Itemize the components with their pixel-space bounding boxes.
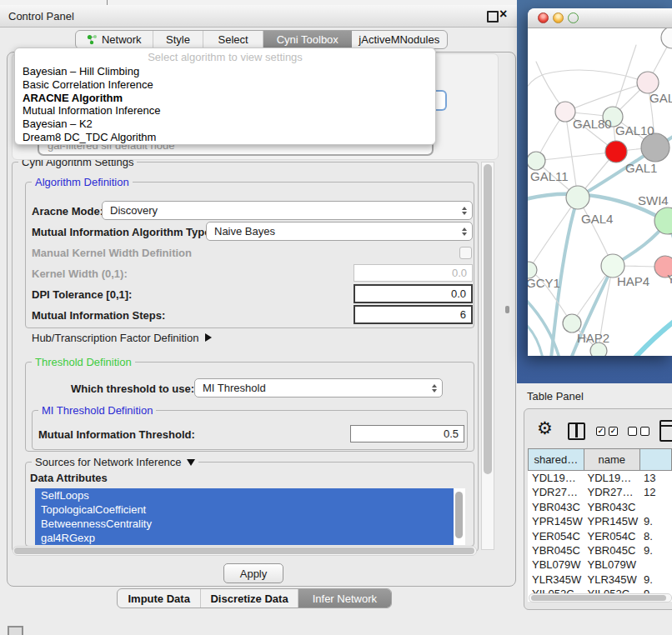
float-window-icon[interactable] (487, 11, 499, 22)
gear-icon[interactable]: ⚙ (537, 418, 553, 438)
column-header[interactable]: name (584, 448, 639, 471)
table-row[interactable]: YPR145WYPR145W9. (528, 514, 672, 528)
table-partial-icon[interactable] (659, 420, 672, 442)
table-cell[interactable]: YLR345W (528, 572, 584, 587)
table-cell[interactable]: YDR27… (584, 485, 639, 499)
manual-kernel-width-label: Manual Kernel Width Definition (32, 247, 192, 259)
table-cell[interactable]: YBR043C (584, 500, 639, 514)
attribute-list-item[interactable]: TopologicalCoefficient (35, 502, 454, 517)
network-canvas[interactable]: GALGAL80GAL10GAL1GAL11GAL4SWI4GCY1HAP4YH… (528, 28, 672, 356)
attribute-list-item[interactable]: SelfLoops (35, 488, 454, 502)
table-cell[interactable]: YPR145W (528, 514, 584, 528)
node-label: SWI4 (638, 193, 669, 208)
table-cell[interactable]: 13 (639, 471, 672, 485)
apply-button[interactable]: Apply (223, 563, 283, 583)
table-cell[interactable]: YDL19… (584, 471, 639, 485)
table-cell[interactable]: YLR345W (584, 572, 639, 587)
combo-value: Discovery (110, 204, 158, 217)
kernel-width-input[interactable]: 0.0 (354, 264, 473, 282)
column-header[interactable]: shared… (528, 448, 584, 471)
table-cell[interactable]: YBL079W (528, 558, 584, 572)
table-cell[interactable]: YER054C (584, 529, 639, 543)
algorithm-option[interactable]: Bayesian – K2 (15, 118, 435, 131)
tab-label: Impute Data (128, 592, 189, 605)
node-table: shared…name YDL19…YDL19…13YDR27…YDR27…12… (528, 448, 672, 602)
settings-hscrollbar-thumb[interactable] (14, 548, 474, 554)
algorithm-option[interactable]: Dream8 DC_TDC Algorithm (15, 131, 435, 144)
zoom-traffic-light[interactable] (568, 12, 579, 23)
table-cell[interactable]: YBR043C (528, 500, 584, 514)
dpi-tolerance-input[interactable]: 0.0 (354, 284, 473, 303)
column-header[interactable] (639, 448, 672, 471)
settings-vscrollbar-thumb[interactable] (484, 164, 492, 474)
mi-steps-input[interactable]: 6 (354, 305, 473, 324)
network-node[interactable] (605, 141, 627, 162)
hub-definition-toggle[interactable]: Hub/Transcription Factor Definition (32, 332, 212, 344)
checked-checkboxes-icon[interactable]: ✓✓ (596, 427, 618, 436)
aracne-mode-combo[interactable]: Discovery (102, 201, 473, 220)
table-row[interactable]: YLR345WYLR345W9. (528, 572, 672, 587)
mi-threshold-input[interactable]: 0.5 (350, 425, 464, 442)
network-node[interactable] (641, 133, 669, 162)
table-row[interactable]: YBR045CYBR045C9. (528, 543, 672, 558)
algorithm-dropdown-prompt: Select algorithm to view settings (15, 48, 435, 65)
partial-ui-square (8, 626, 23, 635)
node-label: HAP4 (617, 274, 649, 288)
panel-splitter-handle[interactable] (505, 306, 509, 313)
network-node[interactable] (654, 208, 672, 234)
algorithm-option[interactable]: Basic Correlation Inference (15, 78, 435, 92)
table-cell[interactable]: YDL19… (528, 471, 584, 485)
close-traffic-light[interactable] (538, 12, 549, 23)
algorithm-option[interactable]: ARACNE Algorithm (15, 92, 435, 105)
table-row[interactable]: YBL079WYBL079W (528, 558, 672, 572)
tab-infer-network[interactable]: Infer Network (298, 589, 391, 608)
network-window-titlebar[interactable] (528, 8, 672, 28)
table-cell[interactable]: YER054C (528, 529, 584, 543)
mi-algorithm-type-combo[interactable]: Naive Bayes (206, 222, 473, 241)
table-cell[interactable] (639, 500, 672, 514)
table-cell[interactable]: 8. (639, 529, 672, 543)
kernel-width-label: Kernel Width (0,1): (32, 268, 128, 280)
table-row[interactable]: YBR043CYBR043C (528, 500, 672, 514)
table-hscrollbar-thumb[interactable] (531, 595, 666, 601)
table-cell[interactable]: 9. (639, 572, 672, 587)
table-row[interactable]: YER054CYER054C8. (528, 529, 672, 543)
tab-jactivemnodules[interactable]: jActiveMNodules (352, 31, 447, 48)
network-node[interactable] (566, 186, 589, 209)
minimize-traffic-light[interactable] (553, 12, 564, 23)
close-icon[interactable]: × (499, 7, 507, 22)
table-cell[interactable]: YBR045C (528, 543, 584, 558)
list-scrollbar-thumb[interactable] (455, 492, 463, 538)
tab-impute-data[interactable]: Impute Data (118, 589, 200, 608)
unchecked-checkboxes-icon[interactable] (628, 427, 649, 436)
expanded-arrow-icon[interactable] (187, 459, 195, 466)
algorithm-option[interactable]: Bayesian – Hill Climbing (15, 65, 435, 78)
which-threshold-combo[interactable]: MI Threshold (194, 378, 443, 398)
tab-cyni-toolbox[interactable]: Cyni Toolbox (263, 31, 352, 48)
attribute-list-item[interactable]: gal4RGexp (35, 531, 454, 545)
tab-style[interactable]: Style (153, 31, 203, 48)
table-cell[interactable] (639, 558, 672, 572)
tab-discretize-data[interactable]: Discretize Data (200, 589, 297, 608)
table-cell[interactable]: 9. (639, 514, 672, 528)
attribute-list-item[interactable]: BetweennessCentrality (35, 517, 454, 531)
table-header-row: shared…name (528, 448, 672, 471)
algorithm-option[interactable]: Mutual Information Inference (15, 104, 435, 118)
table-cell[interactable]: YBR045C (584, 543, 639, 558)
tab-label: Network (102, 33, 142, 46)
table-cell[interactable]: 12 (639, 485, 672, 499)
network-view-window: GALGAL80GAL10GAL1GAL11GAL4SWI4GCY1HAP4YH… (528, 8, 672, 356)
table-cell[interactable]: YDR27… (528, 485, 584, 499)
table-cell[interactable]: 9. (639, 543, 672, 558)
columns-icon[interactable] (568, 422, 585, 440)
network-node[interactable] (528, 152, 545, 170)
tab-network[interactable]: Network (76, 31, 153, 48)
table-row[interactable]: YDR27…YDR27…12 (528, 485, 672, 499)
table-row[interactable]: YDL19…YDL19…13 (528, 471, 672, 485)
tab-select[interactable]: Select (203, 31, 263, 48)
table-cell[interactable]: YBL079W (584, 558, 639, 572)
manual-kernel-width-checkbox[interactable] (459, 247, 472, 259)
network-node[interactable] (563, 314, 581, 332)
table-cell[interactable]: YPR145W (584, 514, 639, 528)
network-node[interactable] (661, 28, 672, 48)
